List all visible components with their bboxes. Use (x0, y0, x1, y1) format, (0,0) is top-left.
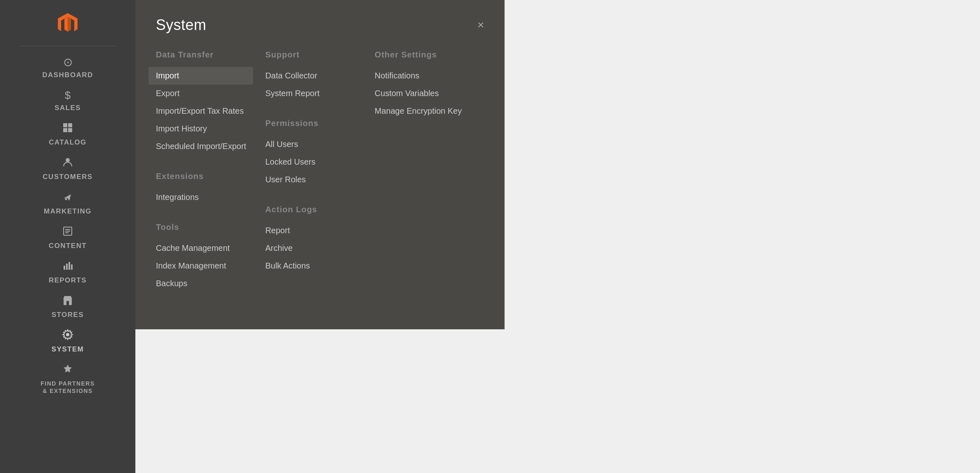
sidebar-item-customers[interactable]: CUSTOMERS (0, 151, 135, 185)
menu-item-backups[interactable]: Backups (156, 275, 253, 292)
menu-item-data-collector[interactable]: Data Collector (265, 67, 363, 85)
section-permissions: Permissions All Users Locked Users User … (265, 119, 363, 188)
sidebar-label-system: SYSTEM (52, 345, 84, 354)
customers-icon (62, 156, 73, 171)
svg-point-7 (66, 158, 70, 162)
sidebar-item-system[interactable]: SYSTEM (0, 323, 135, 358)
section-title-data-transfer: Data Transfer (156, 50, 253, 60)
reports-icon (62, 260, 73, 274)
menu-item-import-export-tax[interactable]: Import/Export Tax Rates (156, 102, 253, 120)
section-title-action-logs: Action Logs (265, 205, 363, 214)
svg-point-8 (65, 198, 67, 200)
menu-item-export[interactable]: Export (156, 85, 253, 102)
section-other-settings: Other Settings Notifications Custom Vari… (375, 50, 472, 120)
menu-item-scheduled-import-export[interactable]: Scheduled Import/Export (156, 138, 253, 155)
menu-item-import-history[interactable]: Import History (156, 120, 253, 138)
menu-item-import[interactable]: Import (148, 67, 253, 85)
panel-columns: Data Transfer Import Export Import/Expor… (156, 50, 484, 309)
panel-col-2: Support Data Collector System Report Per… (265, 50, 375, 309)
section-support: Support Data Collector System Report (265, 50, 363, 102)
svg-rect-18 (66, 301, 69, 305)
sidebar-item-find[interactable]: FIND PARTNERS& EXTENSIONS (0, 358, 135, 399)
content-icon (62, 225, 73, 240)
sidebar-divider (21, 46, 115, 46)
sidebar-label-content: CONTENT (49, 242, 87, 250)
menu-item-integrations[interactable]: Integrations (156, 188, 253, 206)
sidebar-label-marketing: MARKETING (44, 207, 91, 216)
sidebar-label-reports: REPORTS (49, 276, 87, 285)
panel-header: System × (156, 16, 484, 34)
svg-rect-15 (69, 262, 70, 270)
stores-icon (62, 294, 73, 309)
section-title-permissions: Permissions (265, 119, 363, 128)
menu-item-bulk-actions[interactable]: Bulk Actions (265, 257, 363, 275)
sidebar-label-stores: STORES (52, 311, 84, 319)
marketing-icon (62, 191, 73, 205)
section-title-support: Support (265, 50, 363, 60)
section-extensions: Extensions Integrations (156, 172, 253, 206)
sidebar-item-catalog[interactable]: CATALOG (0, 116, 135, 151)
sidebar: ⊙ DASHBOARD $ SALES CATALOG CUSTOMERS (0, 0, 135, 473)
panel-col-3: Other Settings Notifications Custom Vari… (375, 50, 484, 309)
menu-item-report[interactable]: Report (265, 222, 363, 239)
system-panel: System × Data Transfer Import Export Imp… (135, 0, 505, 329)
section-title-extensions: Extensions (156, 172, 253, 181)
svg-rect-16 (71, 264, 73, 270)
sidebar-label-sales: SALES (55, 104, 81, 112)
section-title-tools: Tools (156, 223, 253, 232)
svg-rect-13 (64, 266, 65, 270)
magento-logo-icon (55, 11, 80, 36)
menu-item-custom-variables[interactable]: Custom Variables (375, 85, 472, 102)
sidebar-item-reports[interactable]: REPORTS (0, 254, 135, 289)
svg-rect-5 (63, 128, 67, 132)
svg-rect-6 (68, 128, 72, 132)
menu-item-index-management[interactable]: Index Management (156, 257, 253, 275)
menu-item-system-report[interactable]: System Report (265, 85, 363, 102)
section-data-transfer: Data Transfer Import Export Import/Expor… (156, 50, 253, 155)
close-button[interactable]: × (477, 19, 484, 31)
find-icon (62, 363, 73, 378)
svg-marker-2 (68, 17, 71, 32)
sidebar-label-find: FIND PARTNERS& EXTENSIONS (41, 380, 95, 395)
svg-point-19 (66, 333, 69, 336)
section-tools: Tools Cache Management Index Management … (156, 223, 253, 292)
sales-icon: $ (65, 89, 71, 102)
panel-title: System (156, 16, 206, 34)
sidebar-item-content[interactable]: CONTENT (0, 220, 135, 254)
menu-item-all-users[interactable]: All Users (265, 135, 363, 153)
sidebar-item-stores[interactable]: STORES (0, 289, 135, 323)
catalog-icon (62, 122, 73, 136)
menu-item-locked-users[interactable]: Locked Users (265, 153, 363, 171)
section-action-logs: Action Logs Report Archive Bulk Actions (265, 205, 363, 275)
menu-item-cache-management[interactable]: Cache Management (156, 239, 253, 257)
menu-item-user-roles[interactable]: User Roles (265, 171, 363, 188)
panel-col-1: Data Transfer Import Export Import/Expor… (156, 50, 265, 309)
sidebar-item-dashboard[interactable]: ⊙ DASHBOARD (0, 50, 135, 83)
menu-item-manage-encryption-key[interactable]: Manage Encryption Key (375, 102, 472, 120)
menu-item-archive[interactable]: Archive (265, 239, 363, 257)
sidebar-item-sales[interactable]: $ SALES (0, 83, 135, 116)
section-title-other-settings: Other Settings (375, 50, 472, 60)
main-content: System × Data Transfer Import Export Imp… (135, 0, 980, 473)
svg-rect-4 (68, 123, 72, 127)
dashboard-icon: ⊙ (63, 55, 73, 69)
sidebar-label-customers: CUSTOMERS (43, 173, 93, 181)
sidebar-item-marketing[interactable]: MARKETING (0, 185, 135, 220)
menu-item-notifications[interactable]: Notifications (375, 67, 472, 85)
sidebar-logo (0, 0, 135, 44)
sidebar-label-dashboard: DASHBOARD (42, 71, 93, 79)
sidebar-label-catalog: CATALOG (49, 138, 87, 147)
svg-rect-14 (66, 264, 68, 270)
svg-rect-3 (63, 123, 67, 127)
system-icon (62, 329, 73, 343)
